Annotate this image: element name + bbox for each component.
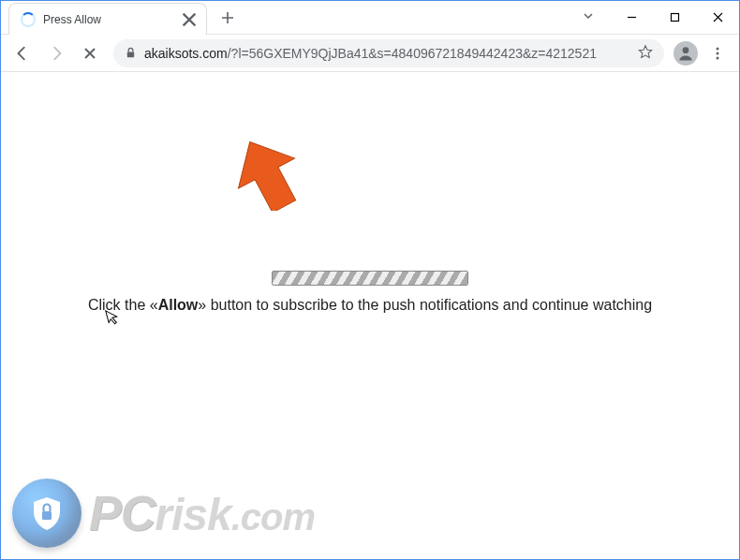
browser-tab[interactable]: Press Allow xyxy=(8,3,207,35)
svg-point-5 xyxy=(717,56,719,59)
profile-avatar-button[interactable] xyxy=(673,41,698,66)
titlebar: Press Allow xyxy=(1,1,739,35)
close-tab-icon[interactable] xyxy=(182,12,197,27)
forward-button[interactable] xyxy=(42,39,70,67)
watermark-com: .com xyxy=(231,496,315,538)
maximize-button[interactable] xyxy=(653,3,696,33)
url-domain: akaiksots.com xyxy=(144,46,228,61)
svg-rect-6 xyxy=(42,511,52,520)
fake-progress-bar xyxy=(272,271,468,286)
url-path: /?l=56GXEMY9QjJBa41&s=484096721849442423… xyxy=(228,46,597,61)
instruction-bold: Allow xyxy=(158,297,199,313)
svg-rect-0 xyxy=(671,14,678,22)
instruction-suffix: » button to subscribe to the push notifi… xyxy=(198,297,652,313)
bookmark-star-icon[interactable] xyxy=(638,44,653,63)
watermark-pc: PC xyxy=(89,486,155,540)
tab-title: Press Allow xyxy=(43,13,174,26)
address-bar[interactable]: akaiksots.com/?l=56GXEMY9QjJBa41&s=48409… xyxy=(113,39,664,67)
watermark-text: PCrisk.com xyxy=(89,489,315,538)
close-window-button[interactable] xyxy=(696,3,739,33)
new-tab-button[interactable] xyxy=(215,5,241,31)
minimize-button[interactable] xyxy=(610,3,653,33)
watermark-shield-icon xyxy=(12,479,81,548)
window-controls xyxy=(610,1,739,34)
chrome-menu-button[interactable] xyxy=(703,39,732,67)
tab-search-button[interactable] xyxy=(572,1,604,31)
svg-rect-1 xyxy=(127,52,134,58)
titlebar-drag-region xyxy=(241,1,572,34)
loading-spinner-icon xyxy=(21,12,36,27)
watermark-risk: risk xyxy=(155,490,230,539)
watermark: PCrisk.com xyxy=(12,479,315,548)
stop-reload-button[interactable] xyxy=(76,39,104,67)
back-button[interactable] xyxy=(8,39,37,67)
instruction-prefix: Click the « xyxy=(88,297,158,313)
page-content: Click the «Allow» button to subscribe to… xyxy=(1,72,739,559)
instruction-text: Click the «Allow» button to subscribe to… xyxy=(88,297,652,314)
pointer-arrow-icon xyxy=(235,138,299,211)
url-text: akaiksots.com/?l=56GXEMY9QjJBa41&s=48409… xyxy=(144,46,597,61)
svg-point-4 xyxy=(717,52,719,54)
browser-toolbar: akaiksots.com/?l=56GXEMY9QjJBa41&s=48409… xyxy=(1,35,739,72)
svg-point-2 xyxy=(683,47,689,53)
lock-icon xyxy=(125,47,137,59)
svg-point-3 xyxy=(717,47,719,50)
